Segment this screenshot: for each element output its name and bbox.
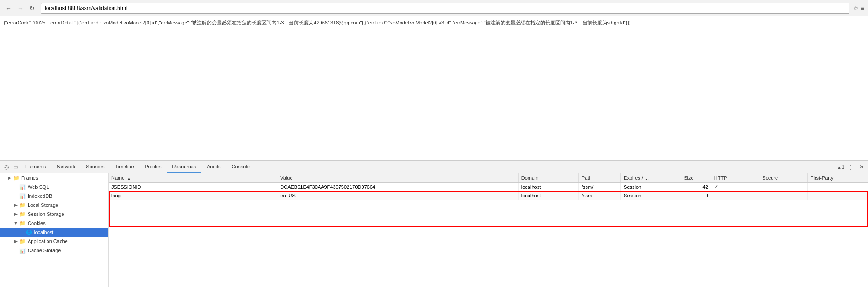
devtools-sidebar: ▶ 📁 Frames 📊 Web SQL 📊 IndexedDB ▶ 📁 Loc bbox=[0, 173, 109, 287]
sidebar-item-cookies[interactable]: ▼ 📁 Cookies bbox=[0, 219, 108, 228]
cell-expires: Session bbox=[621, 191, 681, 200]
indexeddb-label: IndexedDB bbox=[28, 193, 52, 199]
localhost-arrow bbox=[19, 229, 25, 235]
devtools-close-button[interactable]: ✕ bbox=[857, 163, 866, 172]
back-button[interactable]: ← bbox=[4, 3, 14, 13]
appcache-arrow: ▶ bbox=[13, 238, 19, 244]
cell-firstparty bbox=[807, 191, 868, 200]
indexeddb-arrow bbox=[13, 193, 19, 199]
cookies-label: Cookies bbox=[28, 220, 46, 226]
tab-elements[interactable]: Elements bbox=[20, 161, 52, 173]
tab-console[interactable]: Console bbox=[226, 161, 255, 173]
tab-sources[interactable]: Sources bbox=[81, 161, 110, 173]
sidebar-item-session-storage[interactable]: ▶ 📁 Session Storage bbox=[0, 210, 108, 219]
devtools-toolbar-right: ▲1 ⋮ ✕ bbox=[837, 163, 866, 172]
tab-network[interactable]: Network bbox=[52, 161, 81, 173]
cell-path: /ssm bbox=[578, 191, 620, 200]
sidebar-item-web-sql[interactable]: 📊 Web SQL bbox=[0, 182, 108, 191]
table-row[interactable]: JSESSIONIDDCAEB61E4F30AA9F4307502170D076… bbox=[109, 182, 868, 191]
col-header-http[interactable]: HTTP bbox=[711, 173, 759, 182]
localhost-icon: 🌐 bbox=[25, 229, 33, 236]
table-scroll[interactable]: Name ▲ Value Domain Path bbox=[109, 173, 868, 287]
browser-chrome: ← → ↻ ☆ ≡ bbox=[0, 0, 868, 16]
menu-button[interactable]: ≡ bbox=[861, 5, 864, 12]
nav-buttons: ← → ↻ bbox=[4, 3, 37, 13]
bookmark-button[interactable]: ☆ bbox=[853, 5, 859, 12]
col-header-firstparty[interactable]: First-Party bbox=[807, 173, 868, 182]
col-header-name[interactable]: Name ▲ bbox=[109, 173, 277, 182]
cell-name: lang bbox=[109, 191, 277, 200]
tab-profiles[interactable]: Profiles bbox=[139, 161, 167, 173]
devtools-more-button[interactable]: ⋮ bbox=[846, 163, 855, 172]
local-storage-arrow: ▶ bbox=[13, 202, 19, 208]
cell-domain: localhost bbox=[518, 191, 578, 200]
cell-domain: localhost bbox=[518, 182, 578, 191]
cell-http: ✓ bbox=[711, 182, 759, 191]
cachestorage-icon: 📊 bbox=[19, 247, 26, 254]
cell-name: JSESSIONID bbox=[109, 182, 277, 191]
tab-resources[interactable]: Resources bbox=[167, 161, 201, 173]
cookies-icon: 📁 bbox=[19, 220, 26, 227]
session-storage-icon: 📁 bbox=[19, 210, 26, 218]
websql-arrow bbox=[13, 184, 19, 190]
indexeddb-icon: 📊 bbox=[19, 192, 26, 200]
cell-value: en_US bbox=[277, 191, 519, 200]
devtools-tabs: Elements Network Sources Timeline Profil… bbox=[20, 161, 837, 173]
col-header-value[interactable]: Value bbox=[277, 173, 519, 182]
session-storage-label: Session Storage bbox=[28, 211, 64, 217]
devtools-device-button[interactable]: ▭ bbox=[11, 163, 20, 172]
col-header-secure[interactable]: Secure bbox=[759, 173, 808, 182]
appcache-label: Application Cache bbox=[28, 239, 68, 244]
localhost-label: localhost bbox=[34, 230, 53, 235]
cell-size: 42 bbox=[681, 182, 711, 191]
frames-folder-icon: 📁 bbox=[13, 174, 20, 182]
local-storage-icon: 📁 bbox=[19, 201, 26, 209]
col-header-domain[interactable]: Domain bbox=[518, 173, 578, 182]
websql-label: Web SQL bbox=[28, 184, 49, 190]
devtools-inspect-button[interactable]: ◎ bbox=[2, 163, 11, 172]
cookies-arrow: ▼ bbox=[13, 220, 19, 226]
devtools-toolbar: ◎ ▭ Elements Network Sources Timeline Pr… bbox=[0, 161, 868, 173]
tab-audits[interactable]: Audits bbox=[201, 161, 226, 173]
col-header-expires[interactable]: Expires / ... bbox=[621, 173, 681, 182]
page-text: {"errorCode":"0025","errorDetail":[{"err… bbox=[4, 20, 630, 25]
cookies-table: Name ▲ Value Domain Path bbox=[109, 173, 868, 200]
cell-path: /ssm/ bbox=[578, 182, 620, 191]
websql-icon: 📊 bbox=[19, 183, 26, 191]
sidebar-item-frames[interactable]: ▶ 📁 Frames bbox=[0, 173, 108, 182]
devtools-body: ▶ 📁 Frames 📊 Web SQL 📊 IndexedDB ▶ 📁 Loc bbox=[0, 173, 868, 287]
devtools-panel: ◎ ▭ Elements Network Sources Timeline Pr… bbox=[0, 160, 868, 287]
sidebar-item-indexeddb[interactable]: 📊 IndexedDB bbox=[0, 191, 108, 201]
sort-arrow-name: ▲ bbox=[127, 176, 131, 181]
frames-arrow: ▶ bbox=[6, 175, 13, 181]
cell-value: DCAEB61E4F30AA9F4307502170D07664 bbox=[277, 182, 519, 191]
address-bar[interactable] bbox=[41, 3, 849, 14]
appcache-icon: 📁 bbox=[19, 238, 26, 245]
devtools-main-panel: Name ▲ Value Domain Path bbox=[109, 173, 868, 287]
cachestorage-label: Cache Storage bbox=[28, 248, 61, 253]
sidebar-item-localhost[interactable]: 🌐 localhost bbox=[0, 228, 108, 237]
cell-expires: Session bbox=[621, 182, 681, 191]
col-header-size[interactable]: Size bbox=[681, 173, 711, 182]
browser-actions: ☆ ≡ bbox=[853, 5, 864, 12]
frames-label: Frames bbox=[21, 175, 38, 181]
sidebar-item-cache-storage[interactable]: 📊 Cache Storage bbox=[0, 246, 108, 255]
table-row[interactable]: langen_USlocalhost/ssmSession9 bbox=[109, 191, 868, 200]
sidebar-item-application-cache[interactable]: ▶ 📁 Application Cache bbox=[0, 237, 108, 246]
sidebar-item-local-storage[interactable]: ▶ 📁 Local Storage bbox=[0, 201, 108, 210]
alert-badge[interactable]: ▲1 bbox=[837, 164, 844, 170]
cell-size: 9 bbox=[681, 191, 711, 200]
session-storage-arrow: ▶ bbox=[13, 211, 19, 217]
cell-firstparty bbox=[807, 182, 868, 191]
forward-button[interactable]: → bbox=[15, 3, 25, 13]
cell-http bbox=[711, 191, 759, 200]
page-content-area: {"errorCode":"0025","errorDetail":[{"err… bbox=[0, 16, 868, 160]
col-header-path[interactable]: Path bbox=[578, 173, 620, 182]
cachestorage-arrow bbox=[13, 247, 19, 254]
tab-timeline[interactable]: Timeline bbox=[110, 161, 139, 173]
cell-secure bbox=[759, 182, 808, 191]
reload-button[interactable]: ↻ bbox=[27, 3, 37, 13]
local-storage-label: Local Storage bbox=[28, 202, 58, 208]
cell-secure bbox=[759, 191, 808, 200]
